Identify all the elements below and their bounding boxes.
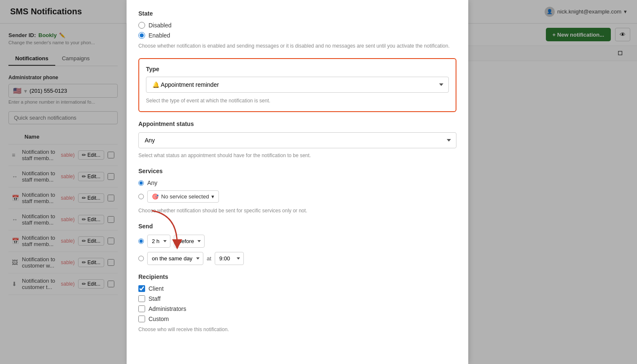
services-any-radio[interactable]: Any <box>138 179 456 186</box>
send-section: Send 2 h 1 h 3 h before after on the sam… <box>138 223 456 265</box>
services-label: Services <box>138 168 456 174</box>
type-help-text: Select the type of event at which the no… <box>146 97 449 104</box>
type-dropdown-wrapper: 🔔 Appointment reminder <box>146 77 449 93</box>
state-disabled-radio[interactable]: Disabled <box>138 22 456 29</box>
send-label: Send <box>138 223 456 230</box>
send-before-select[interactable]: before after <box>174 235 205 248</box>
services-any-label: Any <box>147 179 157 186</box>
services-section: Services Any 🎯 No service selected ▾ Cho… <box>138 168 456 214</box>
recipient-custom-input[interactable] <box>138 316 145 322</box>
chevron-icon: ▾ <box>211 193 214 200</box>
type-label: Type <box>146 66 449 72</box>
send-duration-select[interactable]: 2 h 1 h 3 h <box>147 235 170 248</box>
recipient-client-input[interactable] <box>138 285 145 292</box>
recipients-label: Recipients <box>138 273 456 280</box>
type-section: Type 🔔 Appointment reminder Select the t… <box>138 58 456 112</box>
recipient-staff-label: Staff <box>148 295 161 302</box>
no-service-label: No service selected <box>161 193 209 200</box>
type-dropdown[interactable]: 🔔 Appointment reminder <box>146 77 449 93</box>
modal-panel: State Disabled Enabled Choose whether no… <box>127 0 468 364</box>
send-radio-2[interactable] <box>138 256 144 261</box>
appt-status-help: Select what status an appointment should… <box>138 152 456 159</box>
services-any-input[interactable] <box>138 180 144 186</box>
target-icon: 🎯 <box>152 193 159 200</box>
send-day-select[interactable]: on the same day 1 day before 2 days befo… <box>147 252 203 265</box>
send-at-label: at <box>207 255 211 262</box>
recipient-client-checkbox[interactable]: Client <box>138 285 456 292</box>
services-specific-row: 🎯 No service selected ▾ <box>138 190 456 203</box>
services-specific-input[interactable] <box>138 194 144 199</box>
state-disabled-label: Disabled <box>148 22 171 29</box>
appt-status-section: Appointment status Any Select what statu… <box>138 120 456 159</box>
appt-status-select[interactable]: Any <box>138 132 456 148</box>
recipient-custom-checkbox[interactable]: Custom <box>138 316 456 322</box>
recipients-section: Recipients Client Staff Administrators C… <box>138 273 456 333</box>
send-row-2: on the same day 1 day before 2 days befo… <box>138 252 456 265</box>
send-row-1: 2 h 1 h 3 h before after <box>138 235 456 248</box>
state-enabled-label: Enabled <box>148 32 170 39</box>
state-section: State Disabled Enabled Choose whether no… <box>138 10 456 50</box>
recipient-administrators-input[interactable] <box>138 305 145 312</box>
state-label: State <box>138 10 456 17</box>
state-enabled-radio[interactable]: Enabled <box>138 32 456 39</box>
state-disabled-input[interactable] <box>138 22 145 29</box>
recipient-administrators-label: Administrators <box>148 305 186 312</box>
state-enabled-input[interactable] <box>138 32 145 39</box>
recipient-staff-checkbox[interactable]: Staff <box>138 295 456 302</box>
recipients-help: Choose who will receive this notificatio… <box>138 326 456 333</box>
send-time-select[interactable]: 9:00 8:00 10:00 <box>215 252 244 265</box>
no-service-dropdown[interactable]: 🎯 No service selected ▾ <box>147 190 219 203</box>
recipient-staff-input[interactable] <box>138 295 145 302</box>
recipient-administrators-checkbox[interactable]: Administrators <box>138 305 456 312</box>
state-help-text: Choose whether notification is enabled a… <box>138 42 456 50</box>
recipient-custom-label: Custom <box>148 316 169 322</box>
recipient-client-label: Client <box>148 285 164 292</box>
appt-status-label: Appointment status <box>138 120 456 127</box>
send-radio-1[interactable] <box>138 238 144 244</box>
services-help: Choose whether notification should be se… <box>138 207 456 214</box>
